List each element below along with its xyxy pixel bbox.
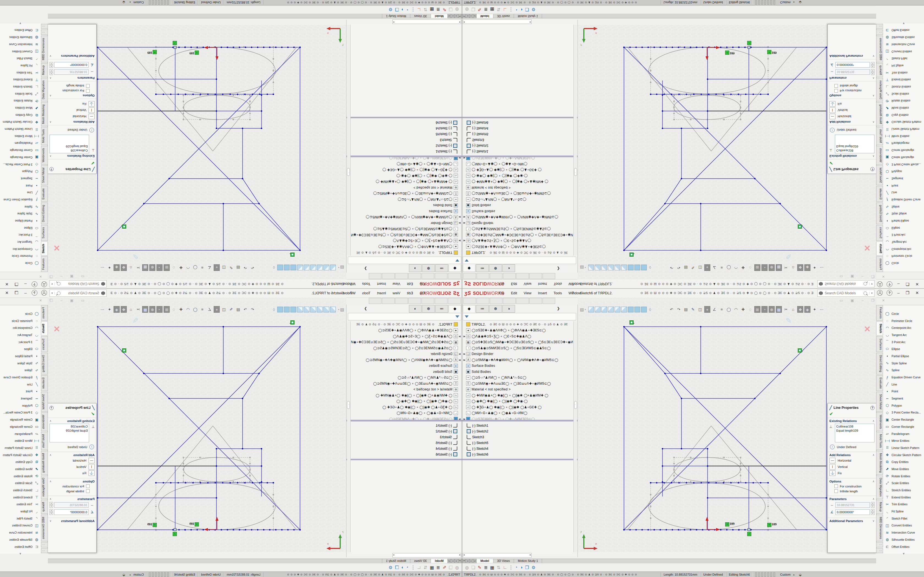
view-orientation-cube-icon[interactable] — [588, 264, 594, 270]
document-window-buttons[interactable]: ▭ ▣ – ❐ ✕ — [840, 274, 888, 279]
tree-item[interactable]: ▱◯ ✚ΜИ◉♟+◯ ✱◉[◯ ∘ ◯]◉✱ ◯+♟◉ИΜ✚ ◯ — [351, 179, 461, 185]
toolbar-icon[interactable]: ∠ — [711, 264, 717, 271]
tool-corner-rectangle[interactable]: ▭Corner Rectangle — [0, 147, 41, 154]
tool-extend-entities[interactable]: ⊤Extend Entities — [883, 76, 924, 83]
tab-surfaces[interactable]: Surfaces — [876, 225, 883, 241]
pin-icon[interactable]: ⚲ — [349, 291, 352, 295]
restore-button[interactable]: ❐ — [13, 290, 19, 295]
tab-scroll-icon[interactable]: ⏮ — [458, 14, 462, 18]
tree-item[interactable]: ▦◯⊇5✚ƎƐ⊇5◯ΜИ◉∘✚ƆCƎƐ∪ƎƐ⊇5◯ ∘ ◯5⊆ƎƐ∪ƎƐCƆ✚∘… — [351, 339, 461, 345]
bottom-toolbar-icon[interactable]: ❒ — [395, 7, 399, 12]
panel-tab-icon[interactable]: ◑ — [409, 264, 422, 272]
parameter-field[interactable]: ∡0.00000000°▴▾ — [50, 509, 95, 515]
line-relation-badge[interactable]: ∕ — [747, 532, 751, 536]
panel-tab-icon[interactable]: ◑ — [502, 264, 515, 272]
relation-item[interactable]: Equal length109 — [51, 144, 88, 148]
tool-perimeter-circle[interactable]: ◌Perimeter Circle — [0, 318, 41, 324]
menu-view[interactable]: View — [523, 291, 531, 295]
tool-rotate-entities[interactable]: ⟳Rotate Entities — [0, 472, 41, 480]
tool-polygon[interactable]: ⬡Polygon — [883, 402, 924, 409]
collapse-icon[interactable]: ∧ — [50, 120, 52, 124]
parameter-field[interactable]: ↔10.88152731▴▾ — [829, 502, 874, 508]
view-orientation-cube-icon[interactable] — [601, 264, 607, 270]
tool-style-spline[interactable]: ∿Style Spline — [883, 359, 924, 367]
tool-center-rectangle[interactable]: ▣Center Rectangle — [883, 154, 924, 161]
tool-3-point-arc[interactable]: ⌒3 Point Arc — [883, 338, 924, 346]
tab-scroll-icon[interactable]: ⏮ — [462, 559, 466, 563]
tree-item[interactable]: ▶❏Design Binder — [463, 220, 573, 226]
tool-linear-sketch-pattern[interactable]: ⠿Linear Sketch Pattern — [883, 444, 924, 451]
option-checkbox[interactable]: For construction — [834, 89, 874, 93]
tree-item[interactable]: ▱◯ ✚ΜИ◉♟+◯ ✱◉[◯ ∘ ◯]◉✱ ◯+♟◉ИΜ✚ ◯ — [463, 392, 573, 398]
scrollbar-thumb[interactable] — [347, 168, 350, 176]
view-orientation-cube-icon[interactable] — [635, 307, 640, 313]
doc-tab-motion-study-1[interactable]: Motion Study 1 — [382, 559, 410, 563]
search-dropdown-icon[interactable]: ▼ — [50, 292, 55, 295]
toolbar-icon[interactable]: ◫ — [221, 264, 227, 271]
toolbar-icon[interactable]: ▤ — [683, 264, 689, 271]
tool-perimeter-circle[interactable]: ◌Perimeter Circle — [883, 318, 924, 324]
tool-spline[interactable]: ∿Spline — [0, 203, 41, 211]
doc-tab-model[interactable]: Model — [477, 14, 493, 18]
tool-linear-sketch-pattern[interactable]: ⠿Linear Sketch Pattern — [883, 126, 924, 133]
tree-item[interactable]: ◔◯⊇5♟◉⊇5ΜИƎƐ⊇5◯ ∘ ◯5⊆ƎƐИΜ5⊆◉♟5⊆◯ — [351, 226, 461, 232]
menu-edit[interactable]: Edit — [407, 291, 413, 295]
tab-evaluate[interactable]: Evaluate — [876, 186, 883, 201]
toolbar-icon[interactable]: ◠ — [733, 306, 739, 313]
tree-item[interactable]: ▶⚿◯⊇5ƎƐΜИΛ∩✚◯ ∘ ◯✚∩ΛИΜƎƐ5⊆◯ — [463, 157, 573, 161]
tab--[interactable]: : — [876, 30, 883, 35]
view-orientation-cube-icon[interactable] — [628, 307, 633, 313]
search-box[interactable]: ▼ — [50, 280, 107, 287]
view-toolbar[interactable]: ▤▾◊ — [580, 307, 651, 313]
tool-tangent-arc[interactable]: ◡Tangent Arc — [0, 239, 41, 246]
toolbar-icon[interactable]: ⋯ — [819, 306, 825, 313]
tool-rotate-entities[interactable]: ⟳Rotate Entities — [883, 472, 924, 480]
toolbar-icon[interactable]: ◈ — [804, 264, 811, 271]
tool-perimeter-circle[interactable]: ◌Perimeter Circle — [0, 253, 41, 260]
tree-item[interactable]: ∟◯ΜИ∘G∘♟◉◯ ∘ ◯◉♟∘G∘ИΜ◯ — [351, 410, 461, 416]
tab--[interactable]: : — [876, 548, 883, 553]
toolbar-icon[interactable]: ⊕ — [149, 306, 155, 313]
tab-scroll-icon[interactable]: ⏭ — [447, 14, 451, 18]
tab-mold-tools[interactable]: Mold Tools — [41, 432, 48, 450]
toolbar-icon[interactable]: ✎ — [228, 264, 234, 271]
unit-system-dropdown[interactable]: Custom▴ — [777, 1, 797, 4]
tree-item[interactable]: ★◯⊇5ƎƐ✚∘♟◉ΛΛΦ◯ ∘ ◯ΦΛΛ◉♟∘✚ƎƐ5⊆◯ — [351, 244, 461, 250]
toolbar-icon[interactable]: ✚ — [178, 306, 184, 313]
tab-mold-tools[interactable]: Mold Tools — [41, 127, 48, 145]
tab-evaluate[interactable]: Evaluate — [41, 376, 48, 391]
toolbar-icon[interactable]: ◔ — [157, 264, 163, 271]
tool-scale-entities[interactable]: ⤢Scale Entities — [883, 480, 924, 487]
toolbar-icon[interactable]: ∠ — [711, 306, 717, 313]
toolbar-icon[interactable]: ◯ — [192, 306, 198, 313]
panel-tab-icon[interactable]: ⊕ — [489, 264, 502, 272]
tool-move-entities[interactable]: ⬈Move Entities — [883, 466, 924, 472]
collapse-icon[interactable]: ∧ — [872, 453, 874, 457]
toolbar-icon[interactable]: ≡ — [719, 264, 725, 271]
ok-button[interactable]: ✔ — [48, 160, 96, 166]
panel-splitter[interactable] — [346, 156, 462, 157]
document-window-buttons[interactable]: ▭ ▣ – ❐ ✕ — [36, 298, 84, 303]
sketch-list-item[interactable]: (-) Sketch5 — [463, 131, 573, 137]
toolbar-icon[interactable]: ✂ — [783, 306, 789, 313]
parameter-field[interactable]: ∡0.00000000°▴▾ — [829, 509, 874, 515]
tree-item[interactable]: ◗Surface Bodies — [463, 363, 573, 369]
tree-item[interactable]: ▦◯⊇5✚ƎƐ⊇5◯ΜИ◉∘✚ƆCƎƐ∪ƎƐ⊇5◯ ∘ ◯5⊆ƎƐ∪ƎƐCƆ✚∘… — [463, 232, 573, 238]
tree-item[interactable]: ▶A◯⊇5ΜИ◉∘✚Λ✚◉ΜИΛ◯ ∘ ◯ΛИΜ◉✚Λ✚∘◉ИΜ5⊆◯ — [351, 214, 461, 220]
bottom-toolbar-icon[interactable]: ◍ — [455, 7, 459, 12]
tool-stretch-entities[interactable]: ∟Stretch Entities — [883, 83, 924, 90]
minimize-button[interactable]: – — [23, 282, 28, 287]
tab--[interactable]: : — [41, 30, 48, 35]
tool-circular-sketch-pattern[interactable]: ❖Circular Sketch Pattern — [883, 119, 924, 126]
panel-horizontal-scrollbar[interactable] — [393, 19, 461, 24]
search-icon[interactable] — [864, 282, 867, 286]
tree-item[interactable]: ▱◯ ✚ƷG∘♟◯ ✱◉[◯ ∘ ◯]◉✱ ◯♟∘GƐ✚ ◯ — [463, 167, 573, 173]
tab-scroll-buttons[interactable]: ⏮◂▸⏭ — [462, 559, 477, 563]
bottom-toolbar-icon[interactable]: ✎ — [478, 565, 481, 570]
exit-sketch-icon[interactable]: ✎ — [132, 252, 138, 261]
bottom-toolbar[interactable]: ◍❏✎≣▦⇅∟┆◔◑❒⚙ — [48, 5, 462, 14]
bottom-toolbar-icon[interactable]: ∟ — [503, 7, 507, 12]
view-orientation-cube-icon[interactable] — [615, 264, 620, 270]
toolbar-icon[interactable]: ▦ — [776, 306, 782, 313]
relation-badge-icon[interactable] — [291, 253, 294, 256]
